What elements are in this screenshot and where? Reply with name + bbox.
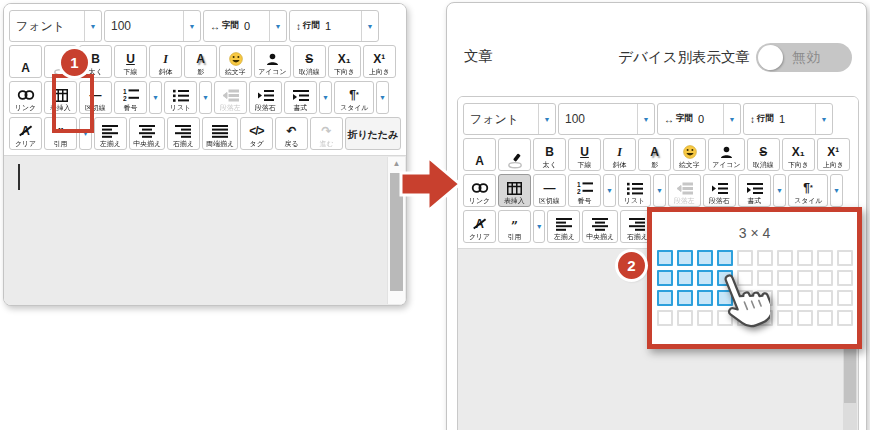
quote-dropdown[interactable]: ▼ [533, 210, 545, 243]
char-spacing-select[interactable]: ↔ 字間 0 ▼ [203, 10, 287, 42]
insert-table-button[interactable]: 表挿入 [498, 174, 531, 207]
table-size-cell[interactable] [837, 270, 853, 286]
highlight-color-button[interactable] [498, 138, 531, 171]
person-icon-button[interactable]: アイコン [254, 45, 291, 78]
table-size-cell[interactable] [797, 250, 813, 266]
paragraph-outdent-button[interactable]: 段落左 [668, 174, 701, 207]
emoji-button[interactable]: 絵文字 [673, 138, 706, 171]
char-spacing-select[interactable]: ↔ 字間 0 ▼ [657, 103, 741, 135]
align-left-button[interactable]: 左揃え [94, 117, 127, 150]
clear-format-button[interactable]: A クリア [463, 210, 496, 243]
table-size-cell[interactable] [677, 290, 693, 306]
table-size-cell[interactable] [697, 290, 713, 306]
font-size-select[interactable]: 100 ▼ [104, 10, 201, 42]
format-dropdown[interactable]: ▼ [319, 81, 332, 114]
table-size-cell[interactable] [837, 290, 853, 306]
text-shadow-button[interactable]: A 影 [638, 138, 671, 171]
tag-button[interactable]: </> タグ [240, 117, 273, 150]
bullet-list-dropdown[interactable]: ▼ [653, 174, 666, 207]
superscript-button[interactable]: X¹ 上向き [363, 45, 396, 78]
link-button[interactable]: リンク [463, 174, 496, 207]
text-shadow-button[interactable]: A 影 [184, 45, 217, 78]
table-size-cell[interactable] [817, 290, 833, 306]
table-size-cell[interactable] [697, 310, 713, 326]
table-size-cell[interactable] [797, 270, 813, 286]
table-size-cell[interactable] [657, 290, 673, 306]
table-size-cell[interactable] [797, 290, 813, 306]
table-size-cell[interactable] [677, 250, 693, 266]
align-left-button[interactable]: 左揃え [547, 210, 580, 243]
chevron-down-icon[interactable]: ▼ [269, 11, 286, 41]
format-dropdown[interactable]: ▼ [773, 174, 786, 207]
line-spacing-select[interactable]: ↕ 行間 1 ▼ [743, 103, 833, 135]
chevron-down-icon[interactable]: ▼ [84, 11, 101, 41]
table-size-cell[interactable] [817, 270, 833, 286]
undo-button[interactable]: ↶ 戻る [275, 117, 308, 150]
bullet-list-button[interactable]: リスト [164, 81, 197, 114]
format-button[interactable]: 書式 [284, 81, 317, 114]
font-size-select[interactable]: 100 ▼ [558, 103, 655, 135]
toggle-knob[interactable] [758, 45, 783, 70]
align-center-button[interactable]: 中央揃え [129, 117, 165, 150]
quote-button[interactable]: ” 引用 [498, 210, 531, 243]
redo-button[interactable]: ↷ 進む [310, 117, 343, 150]
bullet-list-button[interactable]: リスト [618, 174, 651, 207]
bold-button[interactable]: B 太く [533, 138, 566, 171]
table-size-cell[interactable] [657, 250, 673, 266]
table-size-cell[interactable] [697, 270, 713, 286]
clear-format-button[interactable]: A クリア [9, 117, 42, 150]
align-center-button[interactable]: 中央揃え [582, 210, 618, 243]
italic-button[interactable]: I 斜体 [149, 45, 182, 78]
person-icon-button[interactable]: アイコン [708, 138, 745, 171]
font-family-select[interactable]: フォント ▼ [9, 10, 102, 42]
style-dropdown[interactable]: ▼ [376, 81, 389, 114]
align-right-button[interactable]: 右揃え [167, 117, 200, 150]
paragraph-indent-button[interactable]: 段落右 [703, 174, 736, 207]
chevron-down-icon[interactable]: ▼ [815, 104, 832, 134]
table-size-cell[interactable] [777, 270, 793, 286]
strikethrough-button[interactable]: S 取消線 [747, 138, 780, 171]
table-size-cell[interactable] [837, 250, 853, 266]
table-size-cell[interactable] [817, 310, 833, 326]
numbered-list-dropdown[interactable]: ▼ [149, 81, 162, 114]
font-color-button[interactable]: A [463, 138, 496, 171]
paragraph-outdent-button[interactable]: 段落左 [214, 81, 247, 114]
table-size-cell[interactable] [677, 270, 693, 286]
table-size-cell[interactable] [817, 250, 833, 266]
numbered-list-dropdown[interactable]: ▼ [603, 174, 616, 207]
italic-button[interactable]: I 斜体 [603, 138, 636, 171]
table-size-cell[interactable] [777, 250, 793, 266]
superscript-button[interactable]: X¹ 上向き [817, 138, 850, 171]
underline-button[interactable]: U 下線 [568, 138, 601, 171]
paragraph-indent-button[interactable]: 段落右 [249, 81, 282, 114]
subscript-button[interactable]: X₁ 下向き [782, 138, 815, 171]
chevron-down-icon[interactable]: ▼ [361, 11, 378, 41]
table-size-cell[interactable] [657, 270, 673, 286]
subscript-button[interactable]: X₁ 下向き [328, 45, 361, 78]
numbered-list-button[interactable]: 12 番号 [114, 81, 147, 114]
font-family-select[interactable]: フォント ▼ [463, 103, 556, 135]
divider-button[interactable]: — 区切線 [533, 174, 566, 207]
link-button[interactable]: リンク [9, 81, 42, 114]
editor-text-area[interactable]: ▲ [4, 155, 406, 305]
table-size-cell[interactable] [677, 310, 693, 326]
numbered-list-button[interactable]: 12 番号 [568, 174, 601, 207]
emoji-button[interactable]: 絵文字 [219, 45, 252, 78]
table-size-cell[interactable] [777, 290, 793, 306]
chevron-down-icon[interactable]: ▼ [637, 104, 654, 134]
justify-button[interactable]: 両端揃え [202, 117, 238, 150]
device-display-toggle[interactable]: 無効 [756, 43, 852, 72]
strikethrough-button[interactable]: S 取消線 [293, 45, 326, 78]
style-button[interactable]: ¶* スタイル [788, 174, 828, 207]
chevron-down-icon[interactable]: ▼ [183, 11, 200, 41]
fold-toolbar-button[interactable]: 折りたたみ [345, 117, 401, 150]
bullet-list-dropdown[interactable]: ▼ [199, 81, 212, 114]
table-size-cell[interactable] [697, 250, 713, 266]
style-button[interactable]: ¶* スタイル [334, 81, 374, 114]
format-button[interactable]: 書式 [738, 174, 771, 207]
line-spacing-select[interactable]: ↕ 行間 1 ▼ [289, 10, 379, 42]
table-size-cell[interactable] [777, 310, 793, 326]
underline-button[interactable]: U 下線 [114, 45, 147, 78]
style-dropdown[interactable]: ▼ [830, 174, 843, 207]
table-size-cell[interactable] [657, 310, 673, 326]
